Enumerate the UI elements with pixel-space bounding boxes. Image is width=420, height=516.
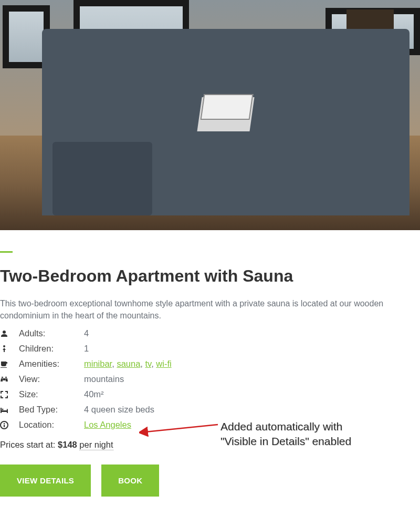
section-divider	[0, 251, 13, 253]
listing-description: This two-bedroom exceptional townhome st…	[0, 297, 420, 322]
info-icon	[0, 421, 19, 429]
expand-icon	[0, 390, 19, 399]
child-icon	[0, 345, 19, 353]
detail-row-adults: Adults: 4	[0, 326, 420, 341]
amenity-link[interactable]: wi-fi	[156, 359, 171, 368]
detail-label: View:	[19, 374, 84, 384]
cup-icon	[0, 360, 19, 368]
detail-row-size: Size: 40m²	[0, 387, 420, 402]
details-list: Adults: 4 Children: 1 Amenities: minibar…	[0, 326, 420, 432]
price-per-night: per night	[79, 440, 113, 450]
person-icon	[0, 329, 19, 338]
detail-value: 4 queen size beds	[84, 405, 154, 415]
detail-label: Amenities:	[19, 359, 84, 369]
detail-label: Adults:	[19, 328, 84, 338]
detail-label: Size:	[19, 389, 84, 399]
svg-rect-3	[4, 425, 5, 427]
annotation-text: Added automatically with "Visible in Det…	[220, 419, 351, 449]
amenities-list: minibar, sauna, tv, wi-fi	[84, 359, 172, 369]
svg-point-1	[2, 408, 4, 410]
price-line: Prices start at: $148 per night	[0, 440, 420, 450]
listing-title: Two-Bedroom Apartment with Sauna	[0, 266, 420, 286]
detail-value: mountains	[84, 374, 124, 384]
annotation-arrow	[139, 417, 223, 438]
detail-value: 40m²	[84, 389, 104, 399]
detail-value: 1	[84, 344, 89, 354]
detail-label: Bed Type:	[19, 405, 84, 415]
amenity-link[interactable]: sauna	[117, 359, 140, 368]
price-prefix: Prices start at:	[0, 440, 58, 449]
location-link[interactable]: Los Angeles	[84, 420, 131, 429]
svg-line-6	[145, 425, 218, 432]
annotation-line1: Added automatically with	[220, 419, 351, 434]
detail-row-children: Children: 1	[0, 341, 420, 356]
annotation-line2: "Visible in Details" enabled	[220, 434, 351, 449]
book-button[interactable]: BOOK	[101, 465, 159, 497]
detail-row-bedtype: Bed Type: 4 queen size beds	[0, 402, 420, 417]
binoculars-icon	[0, 375, 19, 384]
svg-rect-4	[4, 423, 5, 424]
amenity-link[interactable]: minibar	[84, 359, 112, 368]
amenity-link[interactable]: tv	[145, 359, 152, 368]
price-amount: $148	[58, 440, 77, 449]
detail-value: 4	[84, 328, 89, 338]
detail-row-amenities: Amenities: minibar, sauna, tv, wi-fi	[0, 356, 420, 371]
svg-point-0	[3, 345, 5, 347]
detail-label: Location:	[19, 420, 84, 430]
listing-hero-image	[0, 0, 420, 230]
bed-icon	[0, 406, 19, 414]
detail-row-view: View: mountains	[0, 371, 420, 387]
detail-label: Children:	[19, 344, 84, 354]
view-details-button[interactable]: VIEW DETAILS	[0, 465, 91, 497]
